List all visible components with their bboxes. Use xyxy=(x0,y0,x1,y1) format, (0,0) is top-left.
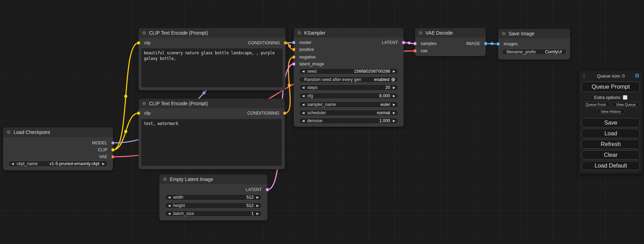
node-title: Load Checkpoint xyxy=(14,129,50,135)
widget-random-seed-toggle[interactable]: Random seed after every gen enabled xyxy=(299,76,398,83)
input-label-vae: vae xyxy=(421,48,427,54)
node-title-bar[interactable]: CLIP Text Encode (Prompt) xyxy=(139,28,285,38)
input-port-negative[interactable] xyxy=(292,55,295,59)
node-ksampler[interactable]: KSampler model positive negative latent_… xyxy=(294,28,404,127)
widget-sampler-name[interactable]: ◀ sampler_name euler ▶ xyxy=(299,101,398,108)
arrow-right-icon[interactable]: ▶ xyxy=(256,196,259,199)
refresh-button[interactable]: Refresh xyxy=(582,139,640,149)
widget-label: batch_size xyxy=(173,211,194,216)
widget-scheduler[interactable]: ◀ scheduler normal ▶ xyxy=(299,110,398,116)
node-title: VAE Decode xyxy=(425,30,453,36)
queue-prompt-button[interactable]: Queue Prompt xyxy=(582,82,640,92)
widget-label: height xyxy=(173,203,185,208)
input-port-latent-image[interactable] xyxy=(292,62,295,66)
node-clip-text-encode-positive[interactable]: CLIP Text Encode (Prompt) clip CONDITION… xyxy=(139,28,285,90)
collapse-dot-icon[interactable] xyxy=(7,130,10,134)
widget-value: v1-5-pruned-emaonly.ckpt xyxy=(41,161,99,166)
input-label-positive: positive xyxy=(299,47,314,52)
settings-gear-icon[interactable]: ⚙ xyxy=(635,72,639,79)
arrow-left-icon[interactable]: ◀ xyxy=(302,119,305,123)
collapse-dot-icon[interactable] xyxy=(419,31,422,35)
arrow-right-icon[interactable]: ▶ xyxy=(393,119,395,123)
output-port-vae[interactable] xyxy=(111,155,115,159)
node-title-bar[interactable]: Empty Latent Image xyxy=(159,174,267,184)
output-port-conditioning[interactable] xyxy=(284,41,287,45)
arrow-left-icon[interactable]: ◀ xyxy=(302,103,305,106)
node-title-bar[interactable]: KSampler xyxy=(294,28,404,38)
collapse-dot-icon[interactable] xyxy=(142,31,146,35)
widget-value: enabled xyxy=(364,77,389,82)
arrow-right-icon[interactable]: ▶ xyxy=(256,212,259,215)
output-port-conditioning[interactable] xyxy=(283,111,286,115)
extra-options-checkbox[interactable] xyxy=(623,95,627,100)
clear-button[interactable]: Clear xyxy=(582,150,640,160)
node-title-bar[interactable]: VAE Decode xyxy=(415,28,486,38)
widget-label: sampler_name xyxy=(307,102,336,107)
arrow-right-icon[interactable]: ▶ xyxy=(393,70,395,73)
input-port-samples[interactable] xyxy=(413,42,417,45)
arrow-right-icon[interactable]: ▶ xyxy=(256,204,259,207)
prompt-textarea[interactable]: text, watermark xyxy=(141,119,282,166)
node-title-bar[interactable]: CLIP Text Encode (Prompt) xyxy=(139,99,285,108)
load-default-button[interactable]: Load Default xyxy=(582,161,640,170)
node-load-checkpoint[interactable]: Load Checkpoint MODEL CLIP VAE ◀ ckpt_na… xyxy=(3,127,113,170)
widget-value: 8.000 xyxy=(316,93,390,98)
toggle-knob-icon[interactable] xyxy=(391,78,395,82)
arrow-left-icon[interactable]: ◀ xyxy=(168,196,170,199)
arrow-left-icon[interactable]: ◀ xyxy=(11,162,14,165)
widget-width[interactable]: ◀ width 512 ▶ xyxy=(165,194,262,200)
view-history-button[interactable]: View History xyxy=(597,109,625,114)
queue-front-button[interactable]: Queue Front xyxy=(582,102,610,107)
widget-filename-prefix[interactable]: filename_prefix ComfyUI xyxy=(502,49,566,55)
output-port-latent[interactable] xyxy=(266,188,269,191)
arrow-left-icon[interactable]: ◀ xyxy=(302,70,305,73)
widget-denoise[interactable]: ◀ denoise 1.000 ▶ xyxy=(299,118,398,124)
widget-label: width xyxy=(173,195,183,200)
widget-label: ckpt_name xyxy=(17,161,38,166)
widget-height[interactable]: ◀ height 512 ▶ xyxy=(165,202,262,209)
arrow-right-icon[interactable]: ▶ xyxy=(393,94,395,98)
widget-batch-size[interactable]: ◀ batch_size 1 ▶ xyxy=(165,210,262,217)
load-button[interactable]: Load xyxy=(582,129,640,138)
collapse-dot-icon[interactable] xyxy=(163,178,167,181)
collapse-dot-icon[interactable] xyxy=(298,31,301,35)
arrow-left-icon[interactable]: ◀ xyxy=(302,111,305,115)
arrow-left-icon[interactable]: ◀ xyxy=(302,86,305,89)
arrow-left-icon[interactable]: ◀ xyxy=(302,94,305,98)
collapse-dot-icon[interactable] xyxy=(142,102,146,105)
widget-seed[interactable]: ◀ seed 156680208700286 ▶ xyxy=(299,68,398,74)
node-clip-text-encode-negative[interactable]: CLIP Text Encode (Prompt) clip CONDITION… xyxy=(139,99,285,169)
arrow-right-icon[interactable]: ▶ xyxy=(393,86,395,89)
input-port-clip[interactable] xyxy=(137,41,140,45)
widget-cfg[interactable]: ◀ cfg 8.000 ▶ xyxy=(299,93,398,99)
prompt-textarea[interactable]: beautiful scenery nature glass bottle la… xyxy=(141,48,283,87)
widget-label: seed xyxy=(307,69,317,74)
arrow-left-icon[interactable]: ◀ xyxy=(168,204,170,207)
output-port-model[interactable] xyxy=(111,141,115,145)
arrow-right-icon[interactable]: ▶ xyxy=(102,162,105,165)
arrow-left-icon[interactable]: ◀ xyxy=(168,212,170,215)
node-title-bar[interactable]: Save Image xyxy=(498,29,570,38)
save-button[interactable]: Save xyxy=(582,118,640,127)
node-title-bar[interactable]: Load Checkpoint xyxy=(3,127,113,137)
output-port-image[interactable] xyxy=(484,42,487,45)
input-label-clip: clip xyxy=(144,40,151,46)
widget-steps[interactable]: ◀ steps 20 ▶ xyxy=(299,84,398,91)
collapse-dot-icon[interactable] xyxy=(502,32,505,35)
node-vae-decode[interactable]: VAE Decode samples vae IMAGE xyxy=(415,28,486,56)
input-port-images[interactable] xyxy=(496,42,500,46)
input-port-positive[interactable] xyxy=(292,48,295,51)
node-save-image[interactable]: Save Image images filename_prefix ComfyU… xyxy=(498,29,570,60)
output-port-clip[interactable] xyxy=(111,148,115,152)
arrow-right-icon[interactable]: ▶ xyxy=(393,103,395,106)
arrow-right-icon[interactable]: ▶ xyxy=(393,111,395,115)
input-port-vae[interactable] xyxy=(413,49,417,53)
input-port-model[interactable] xyxy=(292,41,295,44)
widget-value: 20 xyxy=(320,85,390,90)
widget-label: scheduler xyxy=(307,110,326,115)
widget-ckpt-name[interactable]: ◀ ckpt_name v1-5-pruned-emaonly.ckpt ▶ xyxy=(8,161,108,167)
node-empty-latent-image[interactable]: Empty Latent Image LATENT ◀ width 512 ▶ … xyxy=(159,174,267,220)
view-queue-button[interactable]: View Queue xyxy=(612,102,640,107)
input-port-clip[interactable] xyxy=(137,111,140,115)
output-port-latent[interactable] xyxy=(402,41,405,44)
